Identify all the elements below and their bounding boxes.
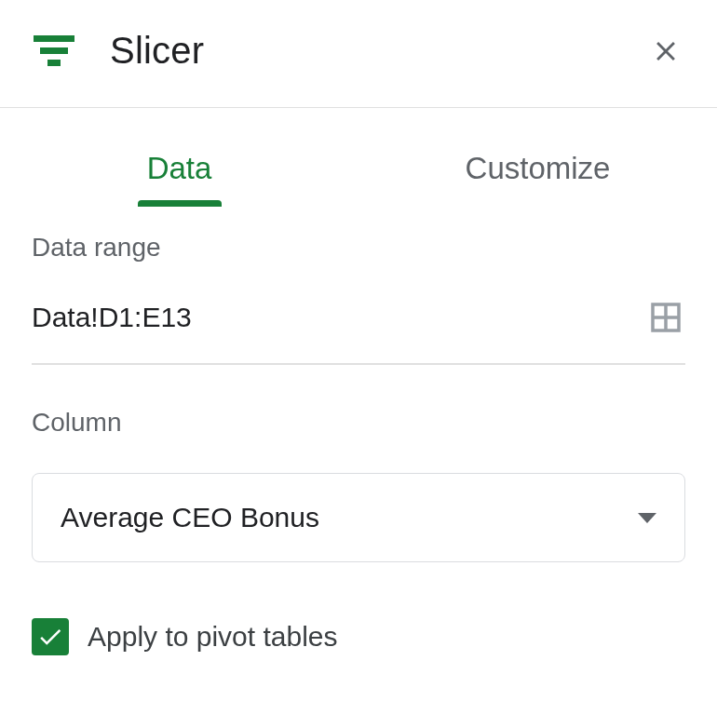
grid-icon [646, 298, 685, 337]
checkmark-icon [36, 623, 64, 651]
column-dropdown[interactable]: Average CEO Bonus [32, 473, 685, 562]
column-dropdown-value: Average CEO Bonus [61, 502, 319, 533]
data-range-label: Data range [32, 233, 685, 263]
close-icon [650, 35, 682, 67]
tabs: Data Customize [0, 108, 717, 207]
panel-header: Slicer [0, 0, 717, 108]
data-range-row [32, 298, 685, 365]
apply-pivot-label: Apply to pivot tables [88, 621, 338, 653]
data-range-input[interactable] [32, 302, 646, 333]
chevron-down-icon [638, 513, 656, 523]
tab-data[interactable]: Data [0, 136, 358, 207]
panel-title: Slicer [110, 30, 646, 72]
column-label: Column [32, 408, 685, 438]
data-tab-content: Data range Column Average CEO Bonus Appl… [0, 207, 717, 655]
tab-customize[interactable]: Customize [358, 136, 717, 207]
apply-pivot-checkbox-row[interactable]: Apply to pivot tables [32, 618, 685, 655]
slicer-icon [32, 33, 76, 70]
select-range-button[interactable] [646, 298, 685, 337]
apply-pivot-checkbox[interactable] [32, 618, 69, 655]
close-button[interactable] [646, 32, 685, 71]
